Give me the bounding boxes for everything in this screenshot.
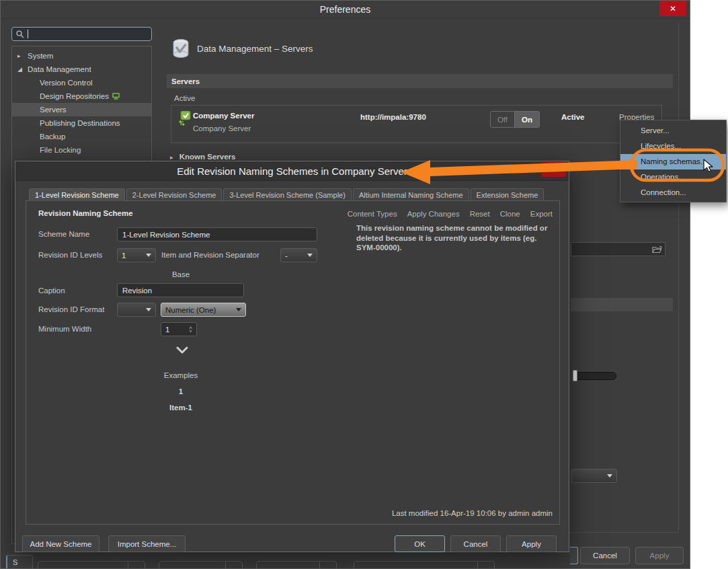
scheme-name-input[interactable]: [117, 227, 317, 241]
apply-changes-link[interactable]: Apply Changes: [407, 210, 460, 218]
background-slider-handle[interactable]: [573, 370, 577, 381]
expanded-arrow-icon[interactable]: ◢: [17, 66, 28, 73]
ok-button[interactable]: OK: [395, 535, 445, 552]
tree-item-data-management[interactable]: ◢ Data Management: [12, 63, 151, 76]
window-title: Preferences: [320, 4, 370, 15]
server-row[interactable]: Company Server Company Server http://imp…: [171, 105, 662, 143]
tree-item-system[interactable]: ▸ System: [12, 49, 151, 63]
preferences-titlebar: Preferences: [1, 1, 690, 19]
separator-dropdown[interactable]: -: [280, 248, 317, 262]
server-status-icon: [179, 111, 191, 126]
search-input[interactable]: [11, 27, 152, 41]
last-modified-text: Last modified 16-Apr-19 10:06 by admin a…: [392, 509, 553, 517]
footer-split-button[interactable]: [159, 561, 243, 569]
background-section-header: [571, 298, 673, 311]
clone-link[interactable]: Clone: [500, 210, 520, 218]
tree-item-label: Backup: [40, 132, 65, 141]
export-link[interactable]: Export: [530, 210, 553, 218]
chevron-down-icon: [146, 308, 151, 311]
minimum-width-spinner[interactable]: 1 ˄˅: [161, 322, 197, 336]
footer-split-button[interactable]: [38, 561, 145, 569]
tab-3-level-revision-scheme-sample[interactable]: 3-Level Revision Scheme (Sample): [223, 188, 351, 200]
revision-naming-scheme-heading: Revision Naming Scheme: [38, 209, 133, 217]
revision-id-levels-label: Revision ID Levels: [38, 251, 102, 259]
data-management-icon: [170, 37, 192, 61]
example-item-value: Item-1: [117, 404, 245, 412]
background-dropdown[interactable]: [571, 469, 617, 483]
revision-id-format-label: Revision ID Format: [38, 305, 104, 313]
menu-item-lifecycles[interactable]: Lifecycles...: [620, 139, 726, 154]
tree-item-version-control[interactable]: Version Control: [12, 76, 151, 89]
apply-button[interactable]: Apply: [506, 535, 557, 552]
server-status-text: Active: [561, 113, 585, 121]
server-description: Company Server: [193, 124, 251, 132]
footer-split-button[interactable]: [256, 561, 337, 569]
background-slider[interactable]: [574, 372, 616, 380]
menu-item-connection[interactable]: Connection...: [620, 185, 726, 200]
reset-link[interactable]: Reset: [470, 210, 490, 218]
tab-1-level-revision-scheme[interactable]: 1-Level Revision Scheme: [29, 188, 125, 201]
server-name: Company Server: [193, 112, 254, 120]
caption-input[interactable]: [117, 283, 244, 297]
minimum-width-label: Minimum Width: [38, 325, 91, 333]
base-column-label: Base: [117, 270, 245, 278]
scheme-tabs: 1-Level Revision Scheme 2-Level Revision…: [29, 188, 544, 201]
servers-section-header: Servers: [167, 74, 673, 88]
servers-section-label: Servers: [171, 77, 200, 85]
server-on-off-toggle[interactable]: Off On: [490, 111, 540, 128]
server-url: http://impala:9780: [360, 113, 426, 121]
tree-item-label: System: [28, 52, 53, 60]
chevron-down-icon: [146, 254, 151, 257]
tree-item-label: Data Management: [28, 65, 91, 73]
menu-item-operations[interactable]: Operations...: [620, 169, 726, 185]
folder-open-icon: [652, 245, 662, 254]
search-icon: [16, 30, 24, 38]
toggle-on-button[interactable]: On: [515, 112, 539, 127]
page-title: Data Management – Servers: [197, 44, 313, 54]
close-icon: ✕: [551, 165, 557, 174]
footer-split-button[interactable]: [354, 561, 495, 569]
cancel-button[interactable]: Cancel: [450, 535, 501, 552]
scheme-tab-panel: Revision Naming Scheme Content Types App…: [26, 200, 560, 525]
text-caret: [28, 30, 28, 38]
tree-item-servers[interactable]: Servers: [12, 103, 151, 116]
separator-label: Item and Revision Separator: [161, 251, 259, 259]
examples-label: Examples: [117, 371, 245, 379]
background-path-field[interactable]: [571, 242, 665, 256]
close-button[interactable]: ✕: [659, 1, 686, 16]
revision-id-format-dropdown[interactable]: Numeric (One): [161, 303, 246, 317]
menu-item-naming-schemas[interactable]: Naming schemas...: [620, 154, 726, 169]
example-revision-value: 1: [117, 387, 245, 395]
collapsed-arrow-icon[interactable]: ▸: [17, 52, 28, 59]
add-new-scheme-button[interactable]: Add New Scheme: [22, 535, 99, 552]
format-prefix-dropdown[interactable]: [117, 303, 156, 317]
content-right-border: [678, 22, 679, 532]
tree-item-design-repositories[interactable]: Design Repositories: [12, 89, 151, 103]
preferences-ok-button-partial[interactable]: [570, 547, 578, 564]
menu-item-server[interactable]: Server...: [620, 123, 726, 139]
scheme-name-label: Scheme Name: [38, 230, 89, 238]
known-servers-group[interactable]: ▸ Known Servers: [170, 153, 235, 161]
tab-altium-internal-naming-scheme[interactable]: Altium Internal Naming Scheme: [353, 188, 469, 200]
tree-item-file-locking[interactable]: File Locking: [12, 143, 151, 157]
tab-2-level-revision-scheme[interactable]: 2-Level Revision Scheme: [126, 188, 223, 200]
preferences-apply-button[interactable]: Apply: [635, 547, 684, 564]
tree-item-backup[interactable]: Backup: [12, 130, 151, 143]
tree-item-label: Servers: [40, 106, 67, 114]
edit-revision-naming-schemes-dialog: Edit Revision Naming Schemes in Company …: [15, 161, 569, 552]
preferences-cancel-button[interactable]: Cancel: [580, 547, 630, 564]
preferences-partial-button[interactable]: S: [6, 555, 33, 569]
revision-id-levels-dropdown[interactable]: 1: [117, 248, 156, 262]
chevron-down-icon: [236, 308, 241, 311]
chevron-down-icon: [307, 254, 313, 257]
dialog-close-button[interactable]: ✕: [542, 162, 566, 177]
import-scheme-button[interactable]: Import Scheme...: [108, 535, 186, 552]
close-icon: ✕: [670, 4, 676, 13]
toggle-off-button[interactable]: Off: [491, 112, 515, 127]
expand-examples-chevron-icon[interactable]: [176, 346, 188, 354]
repository-icon: [112, 93, 120, 100]
tree-item-publishing-destinations[interactable]: Publishing Destinations: [12, 116, 151, 130]
content-types-link[interactable]: Content Types: [348, 210, 397, 218]
spinner-arrows-icon[interactable]: ˄˅: [189, 326, 192, 333]
tab-extension-scheme[interactable]: Extension Scheme: [471, 188, 544, 200]
